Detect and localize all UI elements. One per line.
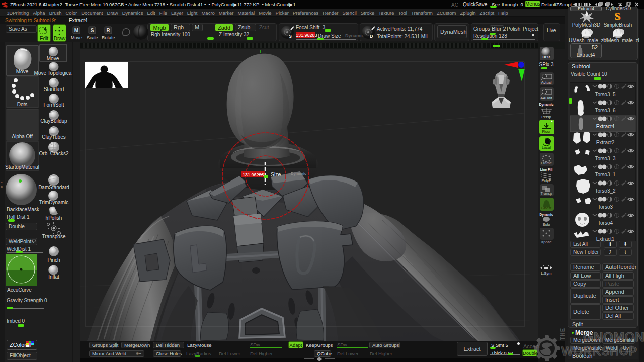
svg-text:S: S: [289, 34, 292, 39]
svg-text:Extract2: Extract2: [596, 140, 615, 145]
svg-text:Move: Move: [16, 69, 29, 74]
svg-text:WORKSHOP: WORKSHOP: [561, 344, 638, 358]
svg-text:Ghost: Ghost: [541, 206, 552, 210]
svg-text:Solo: Solo: [542, 222, 550, 227]
svg-text:M: M: [74, 28, 78, 33]
svg-text:Torso3_2: Torso3_2: [595, 188, 616, 194]
svg-text:hPolish: hPolish: [46, 215, 62, 221]
svg-text:Pinch: Pinch: [47, 257, 60, 263]
svg-text:Transpose: Transpose: [42, 234, 66, 239]
svg-text:Torso4: Torso4: [598, 220, 613, 226]
svg-text:Dynamic: Dynamic: [291, 171, 306, 176]
svg-text:Standard: Standard: [44, 86, 64, 92]
svg-text:ClayTubes: ClayTubes: [42, 134, 65, 140]
svg-text:Torso3_1: Torso3_1: [595, 172, 616, 177]
svg-text:Dynamic: Dynamic: [539, 213, 553, 217]
svg-text:Move: Move: [47, 56, 59, 61]
svg-text:Torso3_6: Torso3_6: [595, 108, 616, 113]
svg-text:ClayBuildup: ClayBuildup: [40, 118, 67, 124]
svg-text:Transp: Transp: [540, 191, 552, 196]
svg-text:Alpha Off: Alpha Off: [12, 134, 33, 139]
svg-text:Inflat: Inflat: [48, 274, 59, 280]
svg-text:Torso3: Torso3: [598, 204, 613, 210]
svg-text:Move Topologica: Move Topologica: [34, 70, 72, 76]
svg-text:Extract4: Extract4: [596, 124, 615, 129]
svg-text:Xpose: Xpose: [541, 240, 551, 244]
svg-text:D: D: [370, 34, 373, 39]
svg-text:R: R: [106, 28, 110, 33]
svg-text:131.96283: 131.96283: [243, 172, 264, 177]
svg-text:Torso3_5: Torso3_5: [595, 92, 616, 97]
svg-text:Local: Local: [542, 145, 551, 150]
svg-text:L.Sym: L.Sym: [541, 271, 551, 276]
svg-text:Floor: Floor: [542, 129, 551, 134]
svg-text:DamStandard: DamStandard: [38, 185, 69, 190]
svg-text:Frame: Frame: [541, 161, 552, 165]
svg-text:Dots: Dots: [17, 102, 28, 107]
svg-text:Torso3_3: Torso3_3: [595, 156, 616, 161]
svg-text:AAHalf: AAHalf: [540, 96, 552, 100]
svg-text:SPix 3: SPix 3: [539, 62, 554, 67]
svg-text:Actual: Actual: [541, 80, 552, 85]
svg-text:Dynamic: Dynamic: [539, 103, 553, 107]
svg-text:PolyF: PolyF: [541, 178, 551, 183]
svg-text:BackfaceMask: BackfaceMask: [7, 207, 40, 212]
svg-text:Size: Size: [271, 171, 281, 177]
svg-text:FormSoft: FormSoft: [43, 102, 64, 108]
svg-text:Persp: Persp: [541, 115, 551, 119]
svg-text:Orb_Cracks2: Orb_Cracks2: [39, 151, 69, 156]
svg-text:S: S: [614, 11, 620, 22]
svg-text:S: S: [91, 28, 94, 33]
svg-text:GNOMON: GNOMON: [583, 329, 644, 344]
svg-text:THE: THE: [559, 328, 566, 340]
svg-text:BPR: BPR: [543, 55, 550, 59]
svg-text:TrimDynamic: TrimDynamic: [39, 200, 69, 205]
svg-text:Line Fill: Line Fill: [540, 168, 553, 171]
svg-text:StartupMaterial: StartupMaterial: [5, 164, 39, 170]
